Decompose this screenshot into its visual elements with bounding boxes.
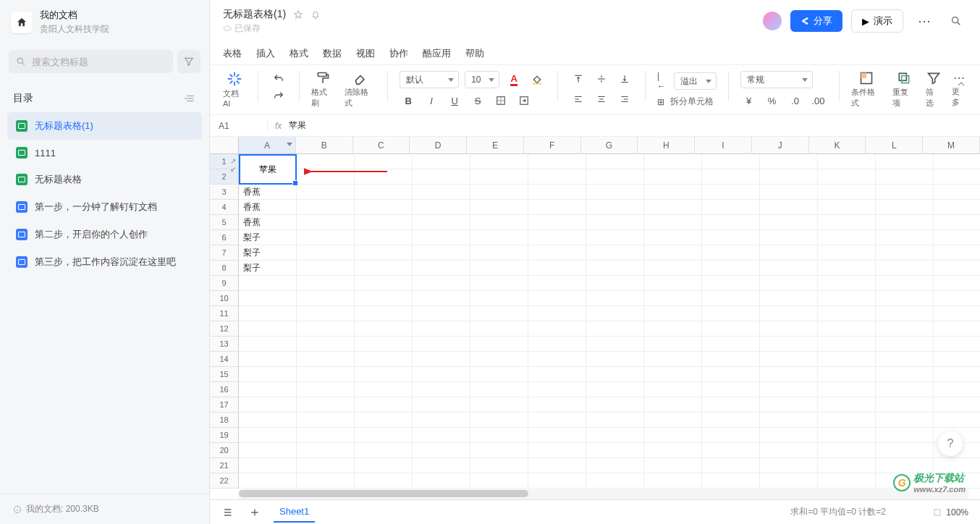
cell[interactable] bbox=[470, 245, 528, 261]
cell[interactable] bbox=[876, 382, 934, 397]
row-header[interactable]: 9 bbox=[210, 276, 239, 291]
cell[interactable] bbox=[239, 367, 297, 382]
cell[interactable] bbox=[760, 200, 818, 215]
cell[interactable]: 梨子 bbox=[239, 245, 297, 261]
cell[interactable] bbox=[297, 215, 355, 230]
fill-color-button[interactable] bbox=[528, 72, 546, 88]
cell[interactable] bbox=[470, 185, 528, 200]
cell[interactable] bbox=[934, 230, 980, 245]
cell[interactable] bbox=[355, 352, 413, 367]
cell[interactable] bbox=[818, 230, 876, 245]
collapse-toolbar-icon[interactable] bbox=[955, 78, 967, 90]
cell[interactable] bbox=[413, 215, 470, 230]
cell[interactable] bbox=[355, 200, 413, 215]
cell[interactable] bbox=[644, 200, 702, 215]
more-menu-icon[interactable]: ⋯ bbox=[912, 13, 937, 29]
underline-button[interactable]: U bbox=[446, 93, 463, 109]
cell[interactable] bbox=[297, 382, 355, 397]
cell[interactable] bbox=[297, 291, 355, 306]
doc-item[interactable]: 第二步，开启你的个人创作 bbox=[0, 221, 209, 248]
cell[interactable] bbox=[818, 154, 876, 169]
cell[interactable] bbox=[818, 382, 876, 397]
column-header[interactable]: L bbox=[866, 137, 923, 154]
cell[interactable] bbox=[470, 306, 528, 321]
cell[interactable] bbox=[818, 443, 876, 458]
cell[interactable] bbox=[470, 352, 528, 367]
cell[interactable] bbox=[818, 200, 876, 215]
cell[interactable] bbox=[818, 397, 876, 413]
cell[interactable] bbox=[297, 397, 355, 413]
cell[interactable] bbox=[355, 337, 413, 352]
cell[interactable] bbox=[413, 321, 470, 337]
cell[interactable] bbox=[355, 291, 413, 306]
overflow-select[interactable]: 溢出 bbox=[674, 72, 717, 90]
cell[interactable] bbox=[297, 154, 355, 169]
cell[interactable] bbox=[355, 230, 413, 245]
cell[interactable] bbox=[355, 169, 413, 185]
cell[interactable] bbox=[702, 276, 760, 291]
cell[interactable] bbox=[876, 473, 934, 489]
cell[interactable] bbox=[297, 337, 355, 352]
doc-title[interactable]: 无标题表格(1) bbox=[223, 8, 286, 21]
cell[interactable] bbox=[702, 291, 760, 306]
cell[interactable] bbox=[702, 245, 760, 261]
cell[interactable] bbox=[934, 306, 980, 321]
cell[interactable] bbox=[239, 397, 297, 413]
cell[interactable] bbox=[644, 413, 702, 428]
cell[interactable] bbox=[760, 169, 818, 185]
cell[interactable] bbox=[760, 321, 818, 337]
cell[interactable] bbox=[702, 261, 760, 276]
cell[interactable] bbox=[876, 169, 934, 185]
split-cell-button[interactable]: 拆分单元格 bbox=[670, 96, 714, 108]
italic-button[interactable]: I bbox=[423, 93, 440, 109]
cell[interactable] bbox=[586, 276, 644, 291]
cell[interactable] bbox=[934, 276, 980, 291]
bold-button[interactable]: B bbox=[400, 93, 417, 109]
cell[interactable] bbox=[644, 291, 702, 306]
cell[interactable] bbox=[355, 473, 413, 489]
cell[interactable] bbox=[586, 291, 644, 306]
cell[interactable] bbox=[644, 352, 702, 367]
cell[interactable] bbox=[876, 397, 934, 413]
cell[interactable] bbox=[413, 261, 470, 276]
cell[interactable] bbox=[644, 245, 702, 261]
duplicates-button[interactable]: 重复项 bbox=[892, 71, 916, 109]
row-header[interactable]: 13 bbox=[210, 337, 239, 352]
cell[interactable] bbox=[702, 230, 760, 245]
cell[interactable] bbox=[760, 352, 818, 367]
cell[interactable] bbox=[818, 276, 876, 291]
percent-button[interactable]: % bbox=[764, 93, 781, 109]
cell[interactable] bbox=[239, 458, 297, 473]
cell[interactable] bbox=[470, 397, 528, 413]
cell[interactable] bbox=[934, 397, 980, 413]
cell[interactable] bbox=[702, 200, 760, 215]
menu-item[interactable]: 格式 bbox=[290, 47, 308, 60]
cell[interactable] bbox=[760, 215, 818, 230]
cell[interactable] bbox=[644, 337, 702, 352]
cell[interactable] bbox=[586, 245, 644, 261]
doc-item[interactable]: 无标题表格 bbox=[0, 166, 209, 193]
cell-reference[interactable]: A1 bbox=[210, 121, 268, 131]
cell[interactable] bbox=[876, 261, 934, 276]
row-header[interactable]: 6 bbox=[210, 230, 239, 245]
cell[interactable] bbox=[297, 169, 355, 185]
cell[interactable] bbox=[528, 458, 586, 473]
cell[interactable] bbox=[239, 321, 297, 337]
cell[interactable] bbox=[644, 154, 702, 169]
cell[interactable] bbox=[818, 215, 876, 230]
cell[interactable] bbox=[528, 276, 586, 291]
cell[interactable] bbox=[528, 443, 586, 458]
cell[interactable] bbox=[934, 321, 980, 337]
cell[interactable] bbox=[586, 230, 644, 245]
cell[interactable] bbox=[586, 352, 644, 367]
cell[interactable] bbox=[528, 367, 586, 382]
zoom-control[interactable]: 100% bbox=[933, 507, 968, 517]
horizontal-scrollbar[interactable] bbox=[239, 489, 968, 499]
menu-item[interactable]: 插入 bbox=[256, 47, 275, 60]
menu-item[interactable]: 数据 bbox=[323, 47, 342, 60]
valign-top-button[interactable] bbox=[570, 71, 587, 87]
cell[interactable] bbox=[818, 428, 876, 443]
cell[interactable] bbox=[644, 473, 702, 489]
cell[interactable] bbox=[644, 185, 702, 200]
cell[interactable] bbox=[413, 154, 470, 169]
